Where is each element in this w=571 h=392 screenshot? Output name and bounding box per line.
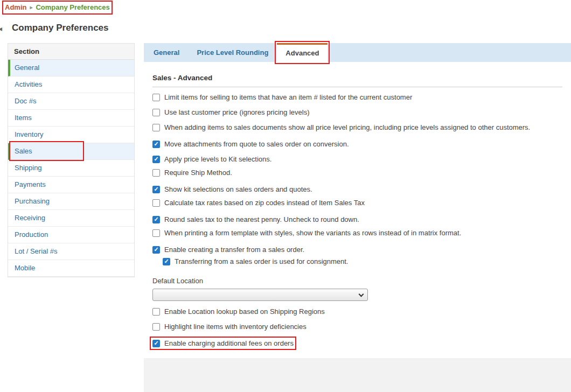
checkbox-option: ✓Transferring from a sales order is used… xyxy=(163,257,349,265)
checkbox-unchecked[interactable] xyxy=(152,94,160,101)
checkbox-row: ✓Move attachments from quote to sales or… xyxy=(152,138,562,148)
checkbox-unchecked[interactable] xyxy=(152,229,160,237)
sidebar-item-general[interactable]: General xyxy=(8,60,134,76)
sidebar-item-label: Production xyxy=(15,230,48,239)
checkbox-label: Use last customer price (ignores pricing… xyxy=(164,108,309,116)
checkbox-option: When printing a form template with style… xyxy=(152,229,461,237)
sidebar-header: Section xyxy=(8,44,134,60)
checkbox-checked[interactable]: ✓ xyxy=(152,246,160,254)
checkbox-checked[interactable]: ✓ xyxy=(152,340,160,347)
checkbox-group-bottom: Enable Location lookup based on Shipping… xyxy=(152,307,562,347)
tab-content: Sales - Advanced Limit items for selling… xyxy=(144,62,571,358)
sidebar-item-label: Sales xyxy=(15,147,32,155)
default-location-label: Default Location xyxy=(152,277,562,285)
checkbox-checked[interactable]: ✓ xyxy=(152,186,160,193)
sidebar-item-label: Lot / Serial #s xyxy=(15,247,58,255)
sidebar-item-label: Receiving xyxy=(15,214,45,222)
checkbox-option: ✓Apply price levels to Kit selections. xyxy=(152,155,271,163)
sidebar-item-label: Mobile xyxy=(15,264,35,272)
checkbox-checked[interactable]: ✓ xyxy=(152,141,160,148)
sidebar-item-activities[interactable]: Activities xyxy=(8,76,134,93)
checkbox-option: ✓Round sales tax to the nearest penny. U… xyxy=(152,215,359,223)
tab-advanced[interactable]: Advanced xyxy=(277,43,328,62)
checkbox-option: Use last customer price (ignores pricing… xyxy=(152,108,309,116)
checkbox-row: ✓Show kit selections on sales orders and… xyxy=(152,184,562,193)
tab-price-level-rounding[interactable]: Price Level Rounding xyxy=(188,43,277,62)
sidebar-item-label: Inventory xyxy=(15,130,43,138)
checkbox-label: Round sales tax to the nearest penny. Un… xyxy=(164,215,359,223)
sidebar-item-shipping[interactable]: Shipping xyxy=(8,160,134,177)
sidebar-item-items[interactable]: Items xyxy=(8,110,134,127)
checkbox-label: Highlight line items with inventory defi… xyxy=(164,323,307,331)
main-panel: GeneralPrice Level RoundingAdvanced Sale… xyxy=(144,43,571,392)
sidebar-item-label: Items xyxy=(15,114,32,122)
collapse-sidebar-icon[interactable]: ◂ xyxy=(0,24,2,33)
checkbox-option: ✓Enable charging additional fees on orde… xyxy=(152,339,294,347)
checkbox-label: Transferring from a sales order is used … xyxy=(175,257,349,265)
checkbox-label: Move attachments from quote to sales ord… xyxy=(164,140,349,148)
checkbox-row: When adding items to sales documents sho… xyxy=(152,123,562,132)
checkbox-option: ✓Enable creating a transfer from a sales… xyxy=(152,246,304,254)
tab-bar: GeneralPrice Level RoundingAdvanced xyxy=(144,43,571,62)
checkbox-unchecked[interactable] xyxy=(152,199,160,207)
sidebar-item-purchasing[interactable]: Purchasing xyxy=(8,193,134,210)
checkbox-label: Show kit selections on sales orders and … xyxy=(164,185,312,193)
checkbox-option: Calculate tax rates based on zip codes i… xyxy=(152,199,365,207)
checkbox-label: When adding items to sales documents sho… xyxy=(164,123,530,131)
sidebar-item-mobile[interactable]: Mobile xyxy=(8,260,134,277)
divider xyxy=(152,87,562,87)
tab-general[interactable]: General xyxy=(145,43,188,62)
sidebar-item-label: General xyxy=(15,64,39,72)
checkbox-option: Require Ship Method. xyxy=(152,169,232,177)
breadcrumb-current: Company Preferences xyxy=(36,3,109,12)
checkbox-label: Require Ship Method. xyxy=(164,169,232,177)
sidebar: Section GeneralActivitiesDoc #sItemsInve… xyxy=(8,43,135,277)
checkbox-option: Limit items for selling to items that ha… xyxy=(152,93,412,101)
sidebar-list: GeneralActivitiesDoc #sItemsInventorySal… xyxy=(8,60,134,277)
checkbox-option: Enable Location lookup based on Shipping… xyxy=(152,307,325,316)
checkbox-row: ✓Enable charging additional fees on orde… xyxy=(152,338,562,347)
checkbox-option: When adding items to sales documents sho… xyxy=(152,123,530,131)
sidebar-item-lot-serial-s[interactable]: Lot / Serial #s xyxy=(8,243,134,260)
sidebar-item-sales[interactable]: Sales xyxy=(8,143,134,160)
checkbox-option: ✓Show kit selections on sales orders and… xyxy=(152,185,312,193)
checkbox-checked[interactable]: ✓ xyxy=(152,216,160,223)
breadcrumb-separator-icon: ▸ xyxy=(30,3,32,12)
checkbox-option: ✓Move attachments from quote to sales or… xyxy=(152,140,349,148)
checkbox-unchecked[interactable] xyxy=(152,169,160,177)
sidebar-item-label: Doc #s xyxy=(15,97,36,105)
sidebar-item-label: Shipping xyxy=(15,164,42,172)
checkbox-row: Require Ship Method. xyxy=(152,169,562,178)
checkbox-label: Calculate tax rates based on zip codes i… xyxy=(164,199,365,207)
checkbox-unchecked[interactable] xyxy=(152,308,160,316)
sidebar-item-label: Payments xyxy=(15,180,46,188)
breadcrumb-admin-link[interactable]: Admin xyxy=(5,3,26,12)
breadcrumb: Admin ▸ Company Preferences xyxy=(5,3,110,12)
sidebar-item-label: Activities xyxy=(15,80,42,88)
checkbox-row: Use last customer price (ignores pricing… xyxy=(152,108,562,117)
checkbox-checked[interactable]: ✓ xyxy=(163,258,170,265)
checkbox-row: When printing a form template with style… xyxy=(152,229,562,238)
sidebar-item-production[interactable]: Production xyxy=(8,227,134,243)
checkbox-label: Limit items for selling to items that ha… xyxy=(164,93,412,101)
checkbox-unchecked[interactable] xyxy=(152,109,160,116)
checkbox-row: Limit items for selling to items that ha… xyxy=(152,93,562,102)
checkbox-label: When printing a form template with style… xyxy=(164,229,461,237)
page-title: Company Preferences xyxy=(12,23,109,33)
checkbox-row: Calculate tax rates based on zip codes i… xyxy=(152,199,562,208)
sidebar-item-receiving[interactable]: Receiving xyxy=(8,210,134,227)
sidebar-item-doc-s[interactable]: Doc #s xyxy=(8,93,134,110)
checkbox-label: Enable Location lookup based on Shipping… xyxy=(164,307,325,316)
checkbox-unchecked[interactable] xyxy=(152,124,160,131)
checkbox-label: Enable charging additional fees on order… xyxy=(164,339,294,347)
sidebar-item-inventory[interactable]: Inventory xyxy=(8,127,134,143)
sidebar-item-label: Purchasing xyxy=(15,197,50,205)
checkbox-row: ✓Round sales tax to the nearest penny. U… xyxy=(152,214,562,223)
default-location-block: Default Location xyxy=(152,277,562,301)
checkbox-unchecked[interactable] xyxy=(152,323,160,331)
checkbox-row: ✓Transferring from a sales order is used… xyxy=(163,256,562,265)
sidebar-item-payments[interactable]: Payments xyxy=(8,177,134,193)
checkbox-option: Highlight line items with inventory defi… xyxy=(152,323,307,331)
checkbox-checked[interactable]: ✓ xyxy=(152,156,160,163)
default-location-select[interactable] xyxy=(152,289,368,301)
